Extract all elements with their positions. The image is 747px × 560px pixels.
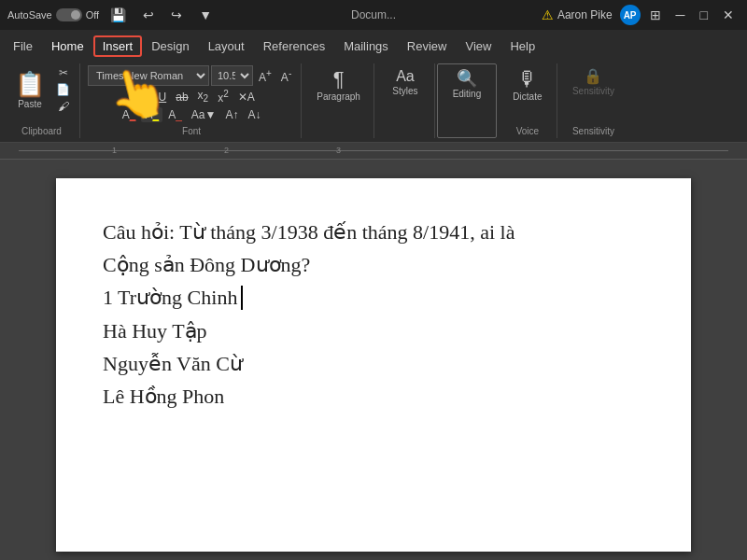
text-cursor (241, 286, 243, 310)
document-content: Câu hỏi: Từ tháng 3/1938 đến tháng 8/194… (103, 216, 644, 413)
titlebar-left: AutoSave Off 💾 ↩ ↪ ▼ (7, 6, 251, 24)
close-button[interactable]: ✕ (717, 6, 740, 24)
strikethrough-button[interactable]: ab (172, 90, 191, 105)
font-row1: Times New Roman 10.5 A+ A- (88, 65, 295, 86)
font-color-button[interactable]: A_ (119, 107, 140, 122)
dictate-button[interactable]: 🎙 Dictate (504, 65, 551, 105)
superscript-button[interactable]: x2 (214, 88, 233, 105)
dictate-label: Dictate (513, 91, 542, 102)
font-family-select[interactable]: Times New Roman (88, 65, 209, 86)
paste-label: Paste (18, 99, 42, 109)
ribbon: File Home Insert Design Layout Reference… (0, 30, 747, 143)
sensitivity-group: 🔒 Sensitivity Sensitivity (559, 63, 627, 138)
grow-font-button[interactable]: A+ (255, 67, 275, 85)
layout-button[interactable]: ⊞ (644, 6, 667, 24)
document-name: Docum... (351, 8, 396, 21)
minimize-button[interactable]: ─ (670, 6, 691, 24)
sensitivity-group-label: Sensitivity (572, 124, 614, 136)
clipboard-row: 📋 Paste ✂ 📄 🖌 (9, 65, 74, 114)
autosave-toggle-switch[interactable] (56, 8, 82, 21)
sensitivity-icon: 🔒 (584, 69, 602, 84)
format-painter-button[interactable]: 🖌 (52, 99, 74, 114)
menu-help[interactable]: Help (500, 35, 544, 57)
paragraph-button[interactable]: ¶ Paragraph (309, 65, 368, 105)
sensitivity-label: Sensitivity (572, 86, 614, 96)
styles-button[interactable]: Aa Styles (382, 65, 429, 100)
highlight-button[interactable]: A_ (141, 107, 162, 122)
font-group: Times New Roman 10.5 A+ A- B I U ab x2 x… (82, 63, 302, 138)
font-shrink2-button[interactable]: A↓ (244, 107, 264, 122)
warning-icon: ⚠ (542, 7, 554, 22)
editing-icon: 🔍 (457, 70, 477, 87)
menu-home[interactable]: Home (42, 35, 93, 57)
doc-line-4: Hà Huy Tập (103, 315, 644, 347)
text-color-button[interactable]: A_ (164, 107, 186, 122)
paragraph-label: Paragraph (317, 91, 360, 102)
clipboard-label: Clipboard (21, 124, 62, 136)
titlebar: AutoSave Off 💾 ↩ ↪ ▼ Docum... ⚠ Aaron Pi… (0, 0, 747, 30)
ruler-mark-2: 2 (224, 146, 229, 155)
user-name: Aaron Pike (557, 8, 613, 21)
menu-file[interactable]: File (4, 35, 42, 57)
ruler-mark-3: 3 (336, 146, 341, 155)
menu-references[interactable]: References (254, 35, 334, 57)
copy-button[interactable]: 📄 (52, 82, 74, 97)
font-grow2-button[interactable]: A↑ (221, 107, 242, 122)
editing-group: 🔍 Editing (437, 63, 497, 138)
user-avatar[interactable]: AP (620, 5, 641, 25)
autosave-state: Off (86, 9, 99, 21)
font-label: Font (182, 124, 201, 136)
paste-button[interactable]: 📋 Paste (9, 67, 50, 112)
save-button[interactable]: 💾 (105, 6, 132, 24)
ruler: 1 2 3 (0, 143, 747, 160)
maximize-button[interactable]: □ (695, 6, 713, 24)
titlebar-right: ⚠ Aaron Pike AP ⊞ ─ □ ✕ (496, 5, 740, 25)
doc-line-2: Cộng sản Đông Dương? (103, 248, 644, 281)
ruler-line: 1 2 3 (19, 150, 728, 151)
font-row3: A_ A_ A_ Aa▼ A↑ A↓ (119, 107, 265, 122)
case-button[interactable]: Aa▼ (188, 107, 220, 122)
clipboard-group: 📋 Paste ✂ 📄 🖌 Clipboard (4, 63, 80, 138)
autosave-toggle[interactable]: AutoSave Off (7, 8, 99, 21)
font-size-select[interactable]: 10.5 (211, 65, 253, 86)
subscript-button[interactable]: x2 (194, 88, 213, 105)
styles-icon: Aa (396, 69, 415, 84)
underline-button[interactable]: U (155, 90, 171, 105)
document-page[interactable]: Câu hỏi: Từ tháng 3/1938 đến tháng 8/194… (56, 178, 691, 552)
undo-button[interactable]: ↩ (137, 6, 160, 24)
document-area: Câu hỏi: Từ tháng 3/1938 đến tháng 8/194… (0, 160, 747, 560)
paragraph-group: ¶ Paragraph (303, 63, 374, 138)
customize-qat-button[interactable]: ▼ (193, 6, 218, 24)
menu-layout[interactable]: Layout (199, 35, 254, 57)
cut-button[interactable]: ✂ (52, 65, 74, 80)
sensitivity-button[interactable]: 🔒 Sensitivity (565, 65, 622, 100)
styles-label: Styles (392, 86, 417, 96)
paragraph-icon: ¶ (333, 69, 345, 90)
ruler-mark-1: 1 (112, 146, 117, 155)
doc-line-5: Nguyễn Văn Cừ (103, 347, 644, 380)
titlebar-center: Docum... (251, 8, 495, 21)
menu-review[interactable]: Review (398, 35, 457, 57)
editing-label: Editing (453, 89, 482, 99)
font-row2: B I U ab x2 x2 ✕A (125, 88, 259, 105)
doc-line-1: Câu hỏi: Từ tháng 3/1938 đến tháng 8/194… (103, 216, 644, 248)
doc-line-3: 1 Trường Chinh (103, 281, 644, 314)
clear-format-button[interactable]: ✕A (234, 90, 259, 105)
voice-label: Voice (516, 124, 539, 136)
dictate-icon: 🎙 (517, 69, 538, 90)
menu-view[interactable]: View (456, 35, 500, 57)
menu-insert[interactable]: Insert (93, 35, 143, 57)
italic-button[interactable]: I (142, 90, 152, 105)
voice-group: 🎙 Dictate Voice (499, 63, 557, 138)
bold-button[interactable]: B (125, 90, 141, 105)
shrink-font-button[interactable]: A- (277, 67, 295, 85)
menubar: File Home Insert Design Layout Reference… (0, 30, 747, 62)
toolbar: 📋 Paste ✂ 📄 🖌 Clipboard Times New Roman … (0, 62, 747, 142)
autosave-label: AutoSave (7, 9, 52, 21)
redo-button[interactable]: ↪ (165, 6, 188, 24)
styles-group: Aa Styles (376, 63, 435, 138)
editing-button[interactable]: 🔍 Editing (444, 66, 490, 103)
doc-line-6: Lê Hồng Phon (103, 380, 644, 413)
menu-mailings[interactable]: Mailings (334, 35, 398, 57)
menu-design[interactable]: Design (142, 35, 198, 57)
